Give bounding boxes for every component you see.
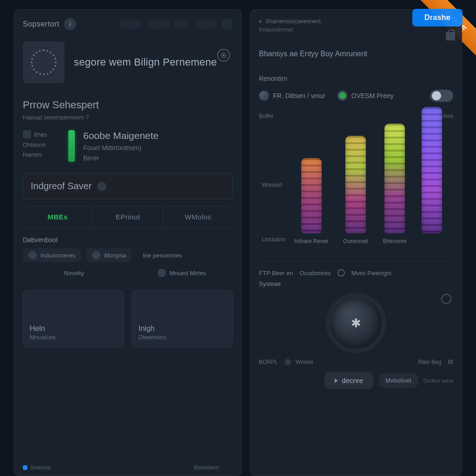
dashboard-chip-label: Induncmeres bbox=[40, 252, 75, 259]
chart-bar[interactable] bbox=[301, 158, 322, 233]
metric-progress-bar bbox=[68, 130, 75, 162]
metric-left-col: Ithes Ohtesnn Hantes bbox=[23, 130, 60, 162]
chart-x-label: Inthare Rener bbox=[294, 238, 328, 245]
card-row: Heln Mnuaices Inigh Dieemotro bbox=[23, 290, 233, 348]
topbar-pill[interactable] bbox=[146, 20, 170, 29]
right-section-label: Renontirn bbox=[259, 75, 453, 82]
dashboard-chip-label: Ine pessennes bbox=[143, 252, 182, 259]
chart-bar-col bbox=[422, 107, 442, 245]
dashboard-heading: Dabvenboot bbox=[23, 236, 233, 244]
left-bottombar: Srensse Bsendann bbox=[23, 458, 233, 471]
tab-eprinot[interactable]: EPrinot bbox=[93, 206, 163, 227]
decnre-button[interactable]: decnre bbox=[324, 372, 373, 389]
app-root: Sopsertort i segore wem Bilign Pernemene… bbox=[14, 9, 462, 476]
rotary-knob[interactable]: ✱ bbox=[331, 298, 382, 349]
chart-bar-col: Ourenmet bbox=[343, 136, 368, 245]
slider-right-value: Bf bbox=[448, 359, 453, 365]
play-icon bbox=[335, 378, 338, 383]
saver-status-icon bbox=[97, 182, 106, 191]
briefcase-icon[interactable] bbox=[446, 32, 455, 40]
chart-bar[interactable] bbox=[345, 136, 366, 233]
spinner-icon bbox=[31, 49, 57, 75]
metric-left-item[interactable]: Ithes bbox=[23, 130, 60, 139]
left-topbar: Sopsertort i bbox=[23, 18, 233, 30]
bar-chart: Wnmsid Lincioans Inthare Rener Ourenmet … bbox=[259, 122, 453, 262]
slider-mid: Wnone bbox=[284, 359, 412, 365]
chart-bar[interactable] bbox=[384, 124, 405, 233]
dashboard-chip-label: Monpna bbox=[104, 252, 126, 259]
bottombar-item[interactable]: Bsendann bbox=[194, 464, 219, 471]
dashboard-chip[interactable]: Mnued Mirtes bbox=[131, 266, 233, 280]
hero-block: segore wem Bilign Pernemene bbox=[23, 41, 233, 83]
right-small-heading-text: Sharvensoccavennent bbox=[265, 18, 321, 25]
option-label: OVESM Preey bbox=[351, 92, 394, 99]
left-topbar-left: Sopsertort i bbox=[23, 18, 76, 30]
bottombar-label: Bsendann bbox=[194, 464, 219, 471]
chart-x-label: Bhknonre bbox=[383, 238, 407, 245]
bottombar-item[interactable] bbox=[226, 464, 233, 471]
primary-cta-button[interactable]: Drashe bbox=[412, 9, 463, 26]
metric-line: Birrer bbox=[83, 154, 233, 162]
option-toggle[interactable] bbox=[430, 90, 453, 102]
option-left-group: FR. Dittsen / vmur OVESM Preey bbox=[259, 91, 394, 101]
dot-icon bbox=[226, 464, 233, 471]
card-title: Inigh bbox=[139, 324, 226, 333]
tab-mbes[interactable]: MBEs bbox=[23, 206, 93, 227]
chart-bar-col: Inthare Rener bbox=[294, 158, 328, 245]
card-heln[interactable]: Heln Mnuaices bbox=[23, 290, 124, 348]
tab-wmolos[interactable]: WMolos bbox=[163, 206, 233, 227]
right-small-sub: Inrieundmmet bbox=[259, 26, 453, 33]
actions-trailing-text: Orctton serre bbox=[423, 378, 453, 383]
dashboard-chip[interactable]: Ine pessennes bbox=[137, 249, 188, 262]
saver-card[interactable]: Indgreof Saver bbox=[23, 173, 233, 199]
metric-body: 6oobe Maigenete Fouet Mittirtootmen) Bir… bbox=[83, 130, 233, 162]
dot-icon bbox=[284, 359, 291, 365]
card-inigh[interactable]: Inigh Dieemotro bbox=[132, 290, 233, 348]
section-subtitle: Haesat serempemnem ? bbox=[23, 114, 233, 121]
right-actions: decnre Mvbolinet Orctton serre bbox=[259, 372, 453, 389]
dot-icon bbox=[158, 269, 166, 277]
moon-icon bbox=[28, 251, 37, 259]
slider-mid-label: Wnone bbox=[296, 359, 313, 365]
slider-left-label: BORPL bbox=[259, 359, 278, 365]
decnre-button-label: decnre bbox=[342, 377, 363, 384]
topbar-pill[interactable] bbox=[119, 20, 143, 29]
card-title: Heln bbox=[30, 324, 117, 333]
slider-row: BORPL Wnone Riter Beg Bf bbox=[259, 359, 453, 365]
target-icon[interactable] bbox=[217, 49, 230, 62]
metric-left-item[interactable]: Hantes bbox=[23, 151, 60, 158]
card-subtitle: Dieemotro bbox=[139, 334, 226, 341]
dashboard-chip[interactable]: Novelty bbox=[23, 267, 125, 279]
chart-footer-combo: FTP Beer en Ocodomres Mves Pwerrgm bbox=[259, 269, 453, 277]
card-subtitle: Mnuaices bbox=[30, 334, 117, 341]
ring-icon bbox=[337, 269, 345, 277]
option-item[interactable]: FR. Dittsen / vmur bbox=[259, 91, 325, 101]
chart-bar-col: Bhknonre bbox=[383, 124, 407, 245]
svg-point-1 bbox=[223, 54, 225, 56]
chart-bar[interactable] bbox=[422, 107, 442, 233]
topbar-pill[interactable] bbox=[173, 20, 190, 29]
knob-wrap: ✱ bbox=[259, 294, 453, 354]
dot-icon bbox=[92, 251, 100, 259]
dashboard-chip-label: Novelty bbox=[64, 270, 84, 277]
footer-combo-item: Mves Pwerrgm bbox=[351, 270, 392, 277]
square-dot-icon bbox=[23, 465, 27, 470]
section-title: Prrow Sehespert bbox=[23, 99, 233, 111]
topbar-pill[interactable] bbox=[194, 20, 217, 29]
mvbolinet-button[interactable]: Mvbolinet bbox=[379, 373, 418, 388]
knob-block: Systeae ✱ bbox=[259, 280, 453, 354]
topbar-avatar-icon[interactable] bbox=[221, 18, 233, 30]
dashboard-chip[interactable]: Induncmeres bbox=[23, 248, 81, 262]
bottombar-item[interactable]: Srensse bbox=[23, 464, 51, 471]
knob-side-icon[interactable] bbox=[441, 294, 451, 304]
mvbolinet-button-label: Mvbolinet bbox=[385, 377, 411, 384]
option-item[interactable]: OVESM Preey bbox=[337, 91, 394, 101]
chart-y-tick: Lincioans bbox=[262, 236, 285, 243]
metric-left-item[interactable]: Ohtesnn bbox=[23, 141, 60, 148]
chart-x-label: Ourenmet bbox=[343, 238, 368, 245]
metric-left-label: Hantes bbox=[23, 151, 42, 158]
info-icon[interactable]: i bbox=[64, 18, 76, 30]
chart-head-right: Arre bbox=[443, 113, 453, 119]
dashboard-chip[interactable]: Monpna bbox=[86, 248, 132, 262]
hero-thumb[interactable] bbox=[23, 41, 65, 83]
